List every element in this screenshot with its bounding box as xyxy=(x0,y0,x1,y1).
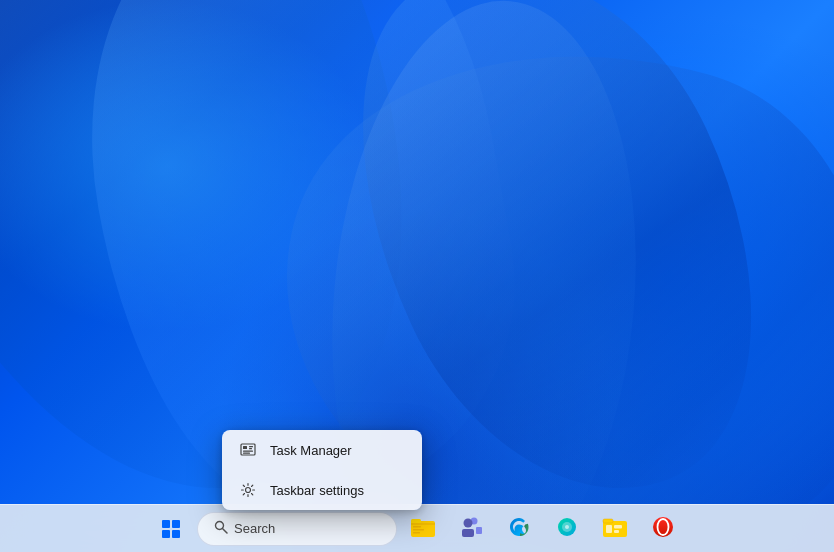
svg-rect-13 xyxy=(413,532,420,534)
svg-point-6 xyxy=(246,488,251,493)
search-button[interactable]: Search xyxy=(197,512,397,546)
svg-rect-4 xyxy=(243,451,253,452)
context-menu: Task Manager Taskbar settings xyxy=(222,430,422,510)
svg-rect-10 xyxy=(411,519,421,523)
taskbar-settings-menu-item[interactable]: Taskbar settings xyxy=(222,470,422,510)
explorer-taskbar-button[interactable] xyxy=(401,507,445,551)
svg-rect-3 xyxy=(249,448,252,449)
svg-rect-5 xyxy=(243,453,250,454)
start-button[interactable] xyxy=(149,507,193,551)
svg-line-8 xyxy=(223,529,228,534)
search-label: Search xyxy=(234,521,275,536)
svg-rect-2 xyxy=(249,446,253,447)
taskbar-settings-icon xyxy=(238,480,258,500)
svg-rect-12 xyxy=(413,529,424,531)
svg-point-15 xyxy=(464,518,473,527)
circle-app-button[interactable] xyxy=(545,507,589,551)
svg-point-25 xyxy=(653,517,673,537)
opera-button[interactable] xyxy=(641,507,685,551)
teams-icon xyxy=(458,514,484,544)
svg-rect-21 xyxy=(603,519,613,523)
taskbar-center: Search xyxy=(149,507,685,551)
teams-button[interactable] xyxy=(449,507,493,551)
edge-button[interactable] xyxy=(497,507,541,551)
files-button[interactable] xyxy=(593,507,637,551)
desktop: Task Manager Taskbar settings xyxy=(0,0,834,552)
svg-rect-24 xyxy=(614,530,619,533)
svg-point-19 xyxy=(565,525,569,529)
opera-icon xyxy=(651,515,675,543)
taskbar: Search xyxy=(0,504,834,552)
circle-icon xyxy=(555,515,579,543)
task-manager-icon xyxy=(238,440,258,460)
search-icon xyxy=(214,520,228,537)
explorer-icon xyxy=(410,516,436,542)
svg-rect-22 xyxy=(606,525,612,533)
svg-rect-16 xyxy=(462,529,474,537)
task-manager-label: Task Manager xyxy=(270,443,352,458)
task-manager-menu-item[interactable]: Task Manager xyxy=(222,430,422,470)
svg-rect-11 xyxy=(413,526,421,528)
svg-rect-23 xyxy=(614,525,622,529)
files-icon xyxy=(602,516,628,542)
windows-logo-icon xyxy=(162,520,180,538)
taskbar-settings-label: Taskbar settings xyxy=(270,483,364,498)
svg-rect-1 xyxy=(243,446,247,449)
edge-icon xyxy=(507,515,531,543)
